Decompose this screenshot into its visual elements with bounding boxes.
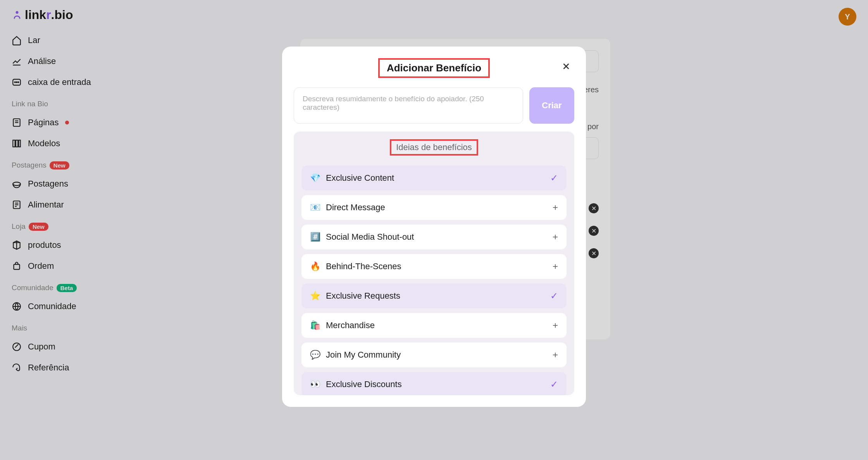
idea-emoji: 📧 [310, 202, 320, 213]
close-button[interactable] [558, 58, 574, 74]
idea-emoji: 👀 [310, 379, 320, 389]
check-icon: ✓ [550, 291, 558, 301]
idea-item[interactable]: 🛍️Merchandise+ [301, 313, 567, 338]
create-button[interactable]: Criar [529, 87, 574, 124]
idea-item[interactable]: 🔥Behind-The-Scenes+ [301, 254, 567, 279]
idea-label: Direct Message [326, 202, 385, 213]
modal-title: Adicionar Benefício [378, 58, 490, 78]
idea-item[interactable]: 👀Exclusive Discounts✓ [301, 372, 567, 395]
plus-icon: + [553, 232, 558, 242]
plus-icon: + [553, 202, 558, 213]
check-icon: ✓ [550, 173, 558, 183]
plus-icon: + [553, 261, 558, 272]
idea-label: Join My Community [326, 350, 401, 360]
idea-item[interactable]: ⭐Exclusive Requests✓ [301, 284, 567, 308]
idea-item[interactable]: #️⃣Social Media Shout-out+ [301, 225, 567, 249]
idea-label: Merchandise [326, 320, 375, 330]
ideas-title: Ideias de benefícios [390, 139, 478, 156]
idea-label: Exclusive Discounts [326, 379, 402, 389]
idea-emoji: ⭐ [310, 291, 320, 301]
idea-emoji: 🛍️ [310, 320, 320, 330]
idea-item[interactable]: 📧Direct Message+ [301, 195, 567, 220]
idea-item[interactable]: 💬Join My Community+ [301, 342, 567, 367]
plus-icon: + [553, 349, 558, 360]
idea-label: Behind-The-Scenes [326, 261, 401, 272]
ideas-panel: Ideias de benefícios 💎Exclusive Content✓… [294, 131, 574, 395]
add-benefit-modal: Adicionar Benefício Criar Ideias de bene… [282, 47, 586, 407]
idea-item[interactable]: 💎Exclusive Content✓ [301, 166, 567, 190]
idea-emoji: 💎 [310, 173, 320, 183]
idea-label: Social Media Shout-out [326, 232, 414, 242]
idea-label: Exclusive Requests [326, 291, 400, 301]
idea-label: Exclusive Content [326, 173, 394, 183]
idea-emoji: 🔥 [310, 261, 320, 272]
benefit-description-input[interactable] [294, 87, 523, 124]
plus-icon: + [553, 320, 558, 331]
idea-emoji: #️⃣ [310, 232, 320, 242]
check-icon: ✓ [550, 379, 558, 390]
idea-emoji: 💬 [310, 350, 320, 360]
